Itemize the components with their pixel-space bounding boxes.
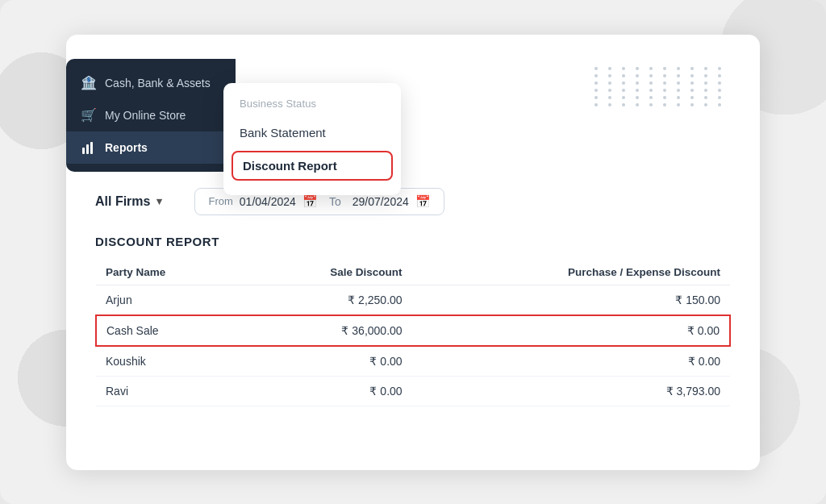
table-row: Koushik₹ 0.00₹ 0.00: [96, 346, 730, 377]
svg-rect-0: [82, 148, 85, 154]
from-label: From: [208, 195, 232, 207]
bank-icon: 🏦: [81, 75, 97, 91]
to-date: 29/07/2024: [353, 195, 409, 208]
table-row: Arjun₹ 2,250.00₹ 150.00: [96, 285, 730, 315]
party-name-cell: Cash Sale: [96, 315, 243, 346]
calendar-from-icon[interactable]: 📅: [302, 194, 318, 209]
col-party-name: Party Name: [96, 260, 243, 285]
chevron-down-icon: ▾: [156, 195, 162, 207]
dropdown-menu: Business Status Bank Statement Discount …: [223, 83, 401, 195]
sidebar-item-reports-label: Reports: [105, 141, 148, 154]
filter-bar: All Firms ▾ From 01/04/2024 📅 To 29/07/2…: [95, 188, 731, 215]
from-date: 01/04/2024: [240, 195, 296, 208]
dot-decoration: [594, 67, 728, 106]
main-card: 🏦 Cash, Bank & Assets 🛒 My Online Store …: [66, 35, 760, 470]
purchase-discount-cell: ₹ 0.00: [412, 315, 730, 346]
reports-icon: [81, 140, 97, 156]
sale-discount-cell: ₹ 0.00: [243, 376, 412, 406]
dropdown-header: Business Status: [223, 91, 401, 118]
table-row: Cash Sale₹ 36,000.00₹ 0.00: [96, 315, 730, 346]
purchase-discount-cell: ₹ 3,793.00: [412, 376, 730, 406]
party-name-cell: Arjun: [96, 285, 243, 315]
table-row: Ravi₹ 0.00₹ 3,793.00: [96, 376, 730, 406]
svg-rect-2: [90, 142, 93, 154]
date-separator: To: [329, 195, 341, 208]
dropdown-discount-report[interactable]: Discount Report: [232, 151, 393, 181]
sidebar-item-online-store-label: My Online Store: [105, 109, 186, 122]
col-purchase-expense: Purchase / Expense Discount: [412, 260, 730, 285]
firm-selector[interactable]: All Firms ▾: [95, 194, 162, 209]
sidebar: 🏦 Cash, Bank & Assets 🛒 My Online Store …: [66, 59, 236, 172]
report-title: DISCOUNT REPORT: [95, 235, 731, 248]
col-sale-discount: Sale Discount: [243, 260, 412, 285]
party-name-cell: Koushik: [96, 346, 243, 377]
dropdown-bank-statement[interactable]: Bank Statement: [223, 118, 401, 148]
sale-discount-cell: ₹ 2,250.00: [243, 285, 412, 315]
sidebar-item-online-store[interactable]: 🛒 My Online Store: [66, 99, 236, 131]
sale-discount-cell: ₹ 0.00: [243, 346, 412, 377]
sale-discount-cell: ₹ 36,000.00: [243, 315, 412, 346]
purchase-discount-cell: ₹ 150.00: [412, 285, 730, 315]
party-name-cell: Ravi: [96, 376, 243, 406]
calendar-to-icon[interactable]: 📅: [415, 194, 431, 209]
sidebar-item-cash-bank[interactable]: 🏦 Cash, Bank & Assets: [66, 67, 236, 99]
sidebar-item-cash-bank-label: Cash, Bank & Assets: [105, 77, 211, 90]
firm-label: All Firms: [95, 194, 150, 209]
svg-rect-1: [86, 144, 89, 154]
sidebar-item-reports[interactable]: Reports: [66, 131, 236, 164]
store-icon: 🛒: [81, 107, 97, 123]
purchase-discount-cell: ₹ 0.00: [412, 346, 730, 377]
discount-table: Party Name Sale Discount Purchase / Expe…: [95, 260, 731, 406]
